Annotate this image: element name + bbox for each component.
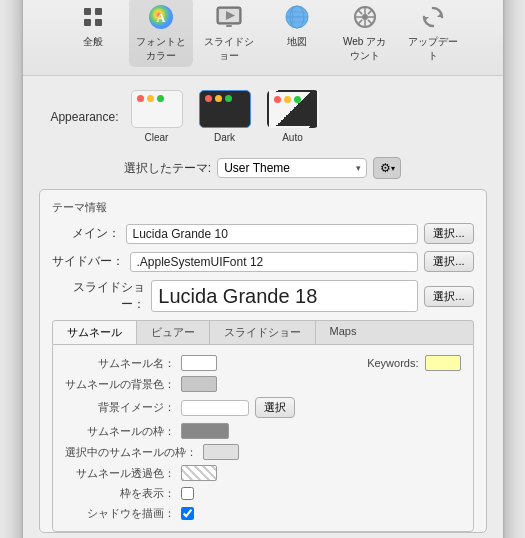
font-main-select-button[interactable]: 選択... — [424, 223, 473, 244]
thumbnail-show-border-checkbox[interactable] — [181, 487, 194, 500]
slideshow-icon — [213, 1, 245, 33]
toolbar-label-slideshow: スライドショー — [203, 35, 255, 63]
font-sidebar-select-button[interactable]: 選択... — [424, 251, 473, 272]
thumbnail-show-border-label: 枠を表示： — [65, 486, 175, 501]
appearance-label: Appearance: — [39, 110, 119, 124]
appearance-thumb-auto — [267, 90, 319, 128]
thumbnail-bgimage-field[interactable] — [181, 400, 249, 416]
toolbar-item-map[interactable]: 地図 — [265, 0, 329, 67]
tabs-section: サムネール ビュアー スライドショー Maps サムネール名： — [52, 320, 474, 532]
thumbnail-bgcolor-swatch[interactable] — [181, 376, 217, 392]
thumbnail-border-swatch[interactable] — [181, 423, 229, 439]
thumbnail-selected-border-swatch[interactable] — [203, 444, 239, 460]
svg-rect-1 — [95, 8, 102, 15]
grid-icon — [77, 1, 109, 33]
tab-row-bgimage: 背景イメージ： 選択 — [65, 397, 349, 418]
font-slideshow-select-button[interactable]: 選択... — [424, 286, 473, 307]
toolbar-label-fonts: フォントとカラー — [135, 35, 187, 63]
update-icon — [417, 1, 449, 33]
svg-line-24 — [357, 20, 361, 24]
font-slideshow-field[interactable] — [151, 280, 418, 312]
svg-line-22 — [367, 20, 371, 24]
toolbar-label-web: Web アカウント — [339, 35, 391, 63]
window: フォントとカラー 環境設定 全般 — [23, 0, 503, 538]
theme-info-box: テーマ情報 メイン： 選択... サイドバー： 選択... スライドショー： 選… — [39, 189, 487, 533]
tab-row-shadow: シャドウを描画： — [65, 506, 349, 521]
toolbar-label-update: アップデート — [407, 35, 459, 63]
toolbar-item-all[interactable]: 全般 — [61, 0, 125, 67]
appearance-thumb-clear — [131, 90, 183, 128]
toolbar-item-fonts[interactable]: A フォントとカラー — [129, 0, 193, 67]
thumbnail-shadow-label: シャドウを描画： — [65, 506, 175, 521]
thumbnail-opacity-swatch[interactable] — [181, 465, 217, 481]
chevron-icon: ▾ — [391, 164, 395, 173]
svg-rect-2 — [84, 19, 91, 26]
theme-info-title: テーマ情報 — [52, 200, 474, 215]
appearance-label-clear: Clear — [145, 132, 169, 143]
svg-line-23 — [367, 10, 371, 14]
font-row-slideshow: スライドショー： 選択... — [52, 279, 474, 313]
main-content: Appearance: Clear — [23, 76, 503, 538]
web-icon — [349, 1, 381, 33]
thumbnail-bgimage-label: 背景イメージ： — [65, 400, 175, 415]
thumbnail-name-label: サムネール名： — [65, 356, 175, 371]
tab-row-name: サムネール名： — [65, 355, 349, 371]
toolbar: 全般 A フォントとカラー — [23, 0, 503, 76]
toolbar-item-web[interactable]: Web アカウント — [333, 0, 397, 67]
appearance-option-dark[interactable]: Dark — [199, 90, 251, 143]
svg-line-21 — [357, 10, 361, 14]
thumbnail-bgimage-select-button[interactable]: 選択 — [255, 397, 295, 418]
appearance-option-auto[interactable]: Auto — [267, 90, 319, 143]
font-main-field[interactable] — [126, 224, 419, 244]
theme-select[interactable]: User Theme — [217, 158, 367, 178]
toolbar-item-update[interactable]: アップデート — [401, 0, 465, 67]
tab-row-opacity: サムネール透過色： — [65, 465, 349, 481]
tab-row-selected-border: 選択中のサムネールの枠： — [65, 444, 349, 460]
font-slideshow-label: スライドショー： — [52, 279, 146, 313]
tab-thumbnail[interactable]: サムネール — [53, 321, 137, 344]
appearance-section: Appearance: Clear — [39, 90, 487, 143]
tab-row-bgcolor: サムネールの背景色： — [65, 376, 349, 392]
tab-row-border: サムネールの枠： — [65, 423, 349, 439]
appearance-options: Clear Dark — [131, 90, 319, 143]
theme-select-row: 選択したテーマ: User Theme ▾ ⚙ ▾ — [39, 157, 487, 179]
font-main-label: メイン： — [52, 225, 120, 242]
appearance-thumb-dark — [199, 90, 251, 128]
tab-row-keywords: Keywords: — [359, 355, 461, 371]
theme-select-label: 選択したテーマ: — [124, 160, 211, 177]
font-sidebar-field[interactable] — [130, 252, 419, 272]
appearance-label-dark: Dark — [214, 132, 235, 143]
tab-bar: サムネール ビュアー スライドショー Maps — [52, 320, 474, 344]
thumbnail-shadow-checkbox[interactable] — [181, 507, 194, 520]
thumbnail-border-label: サムネールの枠： — [65, 424, 175, 439]
font-sidebar-label: サイドバー： — [52, 253, 124, 270]
toolbar-item-slideshow[interactable]: スライドショー — [197, 0, 261, 67]
gear-icon: ⚙ — [380, 161, 391, 175]
svg-rect-9 — [226, 25, 232, 27]
thumbnail-opacity-label: サムネール透過色： — [65, 466, 175, 481]
tab-maps[interactable]: Maps — [316, 321, 371, 344]
tab-viewer[interactable]: ビュアー — [137, 321, 210, 344]
toolbar-label-all: 全般 — [83, 35, 103, 49]
thumbnail-keywords-swatch[interactable] — [425, 355, 461, 371]
toolbar-label-map: 地図 — [287, 35, 307, 49]
tab-content-thumbnail: サムネール名： サムネールの背景色： 背景イメージ： — [52, 344, 474, 532]
appearance-label-auto: Auto — [282, 132, 303, 143]
svg-point-16 — [362, 14, 368, 20]
gear-button[interactable]: ⚙ ▾ — [373, 157, 401, 179]
font-row-main: メイン： 選択... — [52, 223, 474, 244]
map-icon — [281, 1, 313, 33]
appearance-option-clear[interactable]: Clear — [131, 90, 183, 143]
thumbnail-bgcolor-label: サムネールの背景色： — [65, 377, 175, 392]
thumbnail-keywords-label: Keywords: — [359, 357, 419, 369]
svg-text:A: A — [156, 10, 166, 25]
thumbnail-selected-border-label: 選択中のサムネールの枠： — [65, 445, 197, 460]
font-row-sidebar: サイドバー： 選択... — [52, 251, 474, 272]
thumbnail-name-swatch[interactable] — [181, 355, 217, 371]
svg-rect-3 — [95, 19, 102, 26]
tab-row-show-border: 枠を表示： — [65, 486, 349, 501]
font-color-icon: A — [145, 1, 177, 33]
theme-select-wrapper: User Theme ▾ — [217, 158, 367, 178]
svg-rect-0 — [84, 8, 91, 15]
tab-slideshow[interactable]: スライドショー — [210, 321, 316, 344]
